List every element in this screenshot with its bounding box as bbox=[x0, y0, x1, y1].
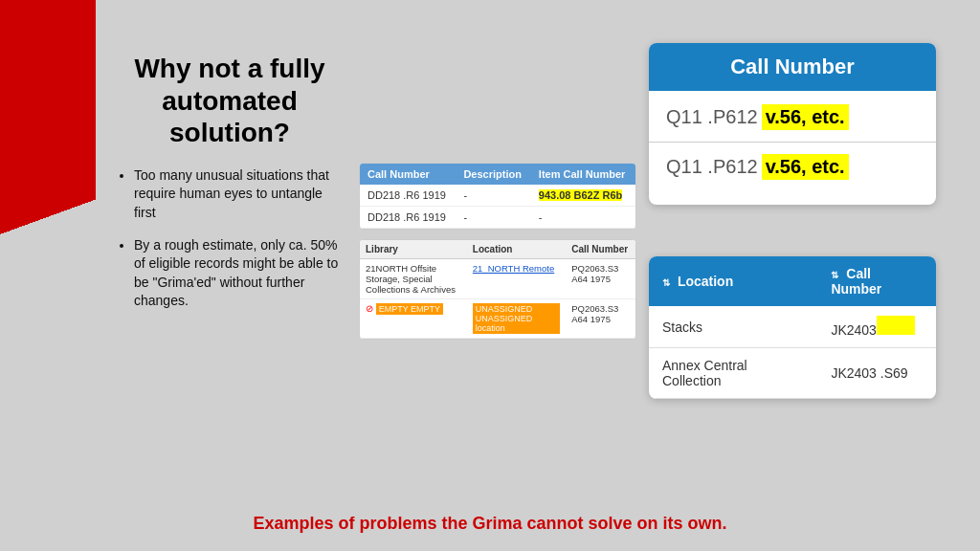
col-header-library: Library bbox=[360, 240, 467, 259]
cell-location-unassigned: UNASSIGNED UNASSIGNED location bbox=[467, 299, 566, 339]
col-header-location: Location bbox=[467, 240, 566, 259]
right-top-card: Call Number Q11 .P612 v.56, etc. Q11 .P6… bbox=[649, 43, 936, 205]
location-table: ⇅ Location ⇅ Call Number Stacks JK2403 A… bbox=[649, 256, 936, 399]
cell-location-annex: Annex Central Collection bbox=[649, 348, 817, 399]
bullet-item-1: Too many unusual situations that require… bbox=[134, 166, 345, 223]
table-row: Annex Central Collection JK2403 .S69 bbox=[649, 348, 936, 399]
main-heading: Why not a fully automated solution? bbox=[115, 53, 345, 149]
cell-call-number: DD218 .R6 1919 bbox=[360, 185, 456, 207]
card-divider bbox=[649, 142, 936, 143]
error-icon: ⊘ bbox=[366, 303, 373, 314]
col-header-call-number: Call Number bbox=[566, 240, 635, 259]
cell-call-number: DD218 .R6 1919 bbox=[360, 207, 456, 229]
cell-library: 21NORTH Offsite Storage, Special Collect… bbox=[360, 259, 467, 299]
table-row: 21NORTH Offsite Storage, Special Collect… bbox=[360, 259, 635, 299]
call-number-base-1: Q11 .P612 bbox=[666, 106, 758, 128]
cell-item-call-number: 943.08 B62Z R6b bbox=[531, 185, 635, 207]
call-number-highlighted-1: v.56, etc. bbox=[762, 104, 849, 130]
call-number-row-1: Q11 .P612 v.56, etc. bbox=[666, 104, 919, 130]
cell-call-number: PQ2063.S3 A64 1975 bbox=[566, 299, 635, 339]
col-header-location: ⇅ Location bbox=[649, 256, 817, 306]
bg-stripe-red bbox=[0, 0, 96, 551]
col-header-call-number: ⇅ Call Number bbox=[817, 256, 936, 306]
bullet-item-2: By a rough estimate, only ca. 50% of eli… bbox=[134, 236, 345, 311]
right-bottom-card: ⇅ Location ⇅ Call Number Stacks JK2403 A… bbox=[649, 256, 936, 399]
col-header-description: Description bbox=[456, 164, 530, 185]
cell-library-error: ⊘ EMPTY EMPTY bbox=[360, 299, 467, 339]
left-section: Why not a fully automated solution? Too … bbox=[115, 53, 345, 324]
call-num-highlight bbox=[877, 316, 915, 335]
table-row: ⊘ EMPTY EMPTY UNASSIGNED UNASSIGNED loca… bbox=[360, 299, 635, 339]
cell-description: - bbox=[456, 185, 530, 207]
col-header-call-number: Call Number bbox=[360, 164, 456, 185]
sort-arrows-location: ⇅ bbox=[662, 277, 670, 288]
call-number-table: Call Number Description Item Call Number… bbox=[359, 163, 636, 230]
bottom-caption: Examples of problems the Grima cannot so… bbox=[0, 514, 980, 534]
middle-section: Call Number Description Item Call Number… bbox=[359, 163, 636, 340]
col-header-item-call-number: Item Call Number bbox=[531, 164, 635, 185]
cell-description: - bbox=[456, 207, 530, 229]
call-number-row-2: Q11 .P612 v.56, etc. bbox=[666, 154, 919, 180]
call-number-base-2: Q11 .P612 bbox=[666, 156, 758, 178]
cell-item-call-number: - bbox=[531, 207, 635, 229]
library-table: Library Location Call Number 21NORTH Off… bbox=[359, 239, 636, 340]
table-row: DD218 .R6 1919 - 943.08 B62Z R6b bbox=[360, 185, 635, 207]
highlighted-item-call: 943.08 B62Z R6b bbox=[539, 189, 622, 201]
cell-call-number-stacks: JK2403 bbox=[817, 306, 936, 348]
bullet-list: Too many unusual situations that require… bbox=[115, 166, 345, 311]
table-row: Stacks JK2403 bbox=[649, 306, 936, 348]
card-body: Q11 .P612 v.56, etc. Q11 .P612 v.56, etc… bbox=[649, 91, 936, 205]
cell-call-number: PQ2063.S3 A64 1975 bbox=[566, 259, 635, 299]
cell-location-stacks: Stacks bbox=[649, 306, 817, 348]
sort-arrows-call-number: ⇅ bbox=[831, 270, 838, 280]
cell-call-number-annex: JK2403 .S69 bbox=[817, 348, 936, 399]
cell-location: 21_NORTH Remote bbox=[467, 259, 566, 299]
table-row: DD218 .R6 1919 - - bbox=[360, 207, 635, 229]
call-number-highlighted-2: v.56, etc. bbox=[762, 154, 849, 180]
card-header: Call Number bbox=[649, 43, 936, 91]
